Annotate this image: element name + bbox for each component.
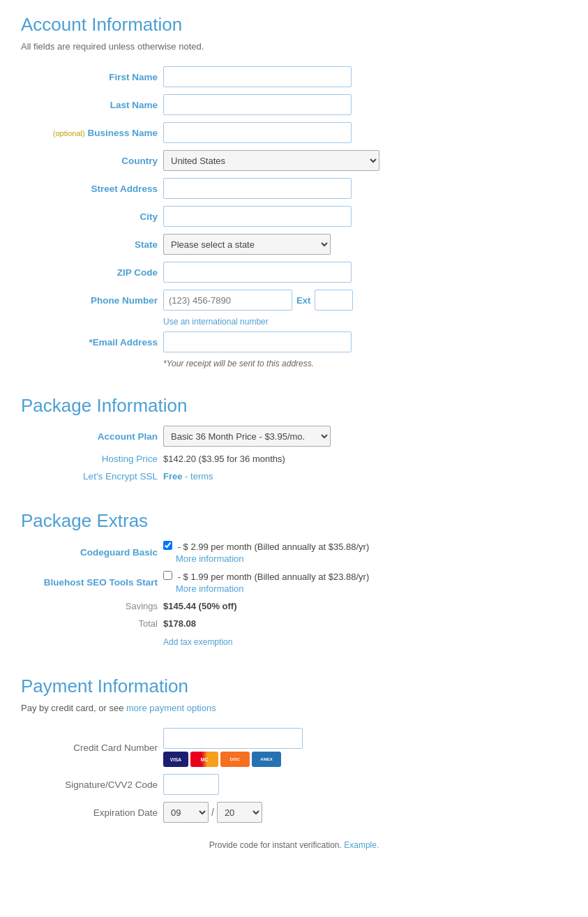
email-note-row: *Your receipt will be sent to this addre… [21,356,567,370]
city-cell [160,202,567,230]
seo-label: Bluehost SEO Tools Start [21,567,160,597]
total-value: $178.08 [160,615,567,632]
business-name-input[interactable] [163,122,352,143]
payment-information-section: Payment Information Pay by credit card, … [21,676,567,850]
payment-subtitle: Pay by credit card, or see more payment … [21,703,567,713]
country-cell: United States [160,147,567,174]
ext-input[interactable] [315,290,353,311]
codeguard-checkbox-wrapper: - $ 2.99 per month (Billed annually at $… [163,542,369,552]
cvv-row: Signature/CVV2 Code [21,770,567,798]
city-row: City [21,202,567,230]
account-plan-select[interactable]: Basic 36 Month Price - $3.95/mo. [163,426,331,447]
business-name-label: (optional) Business Name [21,119,160,147]
seo-checkbox-wrapper: - $ 1.99 per month (Billed annually at $… [163,572,369,582]
zip-code-input[interactable] [163,262,352,283]
intl-link[interactable]: Use an international number [163,317,269,327]
seo-desc: - $ 1.99 per month (Billed annually at $… [178,572,370,582]
tax-cell: Add tax exemption [160,632,567,650]
state-select[interactable]: Please select a state [163,234,331,255]
ssl-value-cell: Free - terms [160,468,567,485]
verify-text: Provide code for instant verification. [209,840,344,850]
email-label: *Email Address [21,328,160,356]
exp-month-select[interactable]: 09 01 02 03 04 05 06 07 08 10 11 12 [163,802,209,823]
cvv-input[interactable] [163,774,219,795]
exp-label: Expiration Date [21,798,160,826]
account-plan-cell: Basic 36 Month Price - $3.95/mo. [160,422,567,450]
zip-code-cell [160,258,567,286]
account-form: First Name Last Name (optional) Business… [21,63,567,370]
ssl-terms-link[interactable]: - terms [185,471,213,482]
card-icons: VISA MC DISC AMEX [163,752,564,767]
payment-form: Credit Card Number VISA MC DISC AMEX Sig… [21,724,567,826]
hosting-price-row: Hosting Price $142.20 ($3.95 for 36 mont… [21,450,567,468]
phone-row: Phone Number Ext [21,286,567,314]
account-plan-row: Account Plan Basic 36 Month Price - $3.9… [21,422,567,450]
business-name-text: Business Name [87,128,158,138]
codeguard-desc: - $ 2.99 per month (Billed annually at $… [178,542,370,552]
seo-cell: - $ 1.99 per month (Billed annually at $… [160,567,567,597]
account-heading: Account Information [21,14,567,36]
phone-input[interactable] [163,290,292,311]
codeguard-label: Codeguard Basic [21,537,160,567]
first-name-input[interactable] [163,66,352,87]
first-name-row: First Name [21,63,567,91]
ssl-row: Let's Encrypt SSL Free - terms [21,468,567,485]
verify-note: Provide code for instant verification. E… [21,840,567,850]
first-name-cell [160,63,567,91]
visa-icon: VISA [163,752,188,767]
extras-form: Codeguard Basic - $ 2.99 per month (Bill… [21,537,567,650]
country-select[interactable]: United States [163,150,379,171]
payment-heading: Payment Information [21,676,567,697]
exp-divider: / [211,807,214,818]
intl-link-row: Use an international number [21,314,567,328]
city-input[interactable] [163,206,352,227]
tax-exemption-link[interactable]: Add tax exemption [163,637,232,647]
package-information-section: Package Information Account Plan Basic 3… [21,395,567,485]
phone-row-container: Ext [163,290,564,311]
phone-label: Phone Number [21,286,160,314]
codeguard-cell: - $ 2.99 per month (Billed annually at $… [160,537,567,567]
zip-code-label: ZIP Code [21,258,160,286]
cvv-label: Signature/CVV2 Code [21,770,160,798]
last-name-cell [160,91,567,119]
last-name-label: Last Name [21,91,160,119]
country-label: Country [21,147,160,174]
seo-row: Bluehost SEO Tools Start - $ 1.99 per mo… [21,567,567,597]
codeguard-more-link[interactable]: More information [176,553,564,564]
exp-year-select[interactable]: 20 21 22 23 24 25 [217,802,262,823]
seo-checkbox[interactable] [163,571,172,580]
first-name-label: First Name [21,63,160,91]
last-name-row: Last Name [21,91,567,119]
hosting-price-value: $142.20 ($3.95 for 36 months) [160,450,567,468]
savings-value: $145.44 (50% off) [160,597,567,615]
account-plan-label: Account Plan [21,422,160,450]
email-row: *Email Address [21,328,567,356]
package-form: Account Plan Basic 36 Month Price - $3.9… [21,422,567,485]
total-row: Total $178.08 [21,615,567,632]
mastercard-icon: MC [190,752,218,767]
cc-row: Credit Card Number VISA MC DISC AMEX [21,724,567,770]
seo-value: - $ 1.99 per month (Billed annually at $… [163,571,564,594]
seo-more-link[interactable]: More information [176,583,564,594]
country-row: Country United States [21,147,567,174]
payment-options-link[interactable]: more payment options [126,703,216,713]
account-subtitle: All fields are required unless otherwise… [21,41,567,52]
total-label: Total [21,615,160,632]
expiration-row: 09 01 02 03 04 05 06 07 08 10 11 12 / [163,802,564,823]
street-address-cell [160,174,567,202]
business-name-cell [160,119,567,147]
zip-code-row: ZIP Code [21,258,567,286]
cc-input[interactable] [163,728,303,749]
last-name-input[interactable] [163,94,352,115]
savings-label: Savings [21,597,160,615]
codeguard-value: - $ 2.99 per month (Billed annually at $… [163,541,564,564]
street-address-input[interactable] [163,178,352,199]
codeguard-checkbox[interactable] [163,541,172,550]
package-heading: Package Information [21,395,567,417]
example-link[interactable]: Example. [344,840,379,850]
email-input[interactable] [163,331,352,352]
street-address-row: Street Address [21,174,567,202]
cvv-cell [160,770,567,798]
exp-cell: 09 01 02 03 04 05 06 07 08 10 11 12 / [160,798,567,826]
phone-cell: Ext [160,286,567,314]
